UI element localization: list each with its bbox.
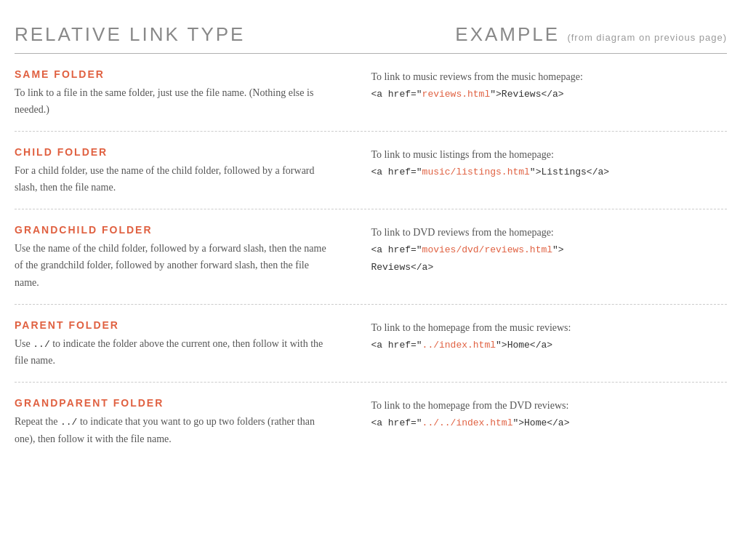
row-grandchild-folder: GRANDCHILD FOLDER Use the name of the ch… <box>15 209 727 304</box>
row-parent-folder: PARENT FOLDER Use ../ to indicate the fo… <box>15 305 727 383</box>
title-same-folder: SAME FOLDER <box>15 68 334 80</box>
col-right-same-folder: To link to music reviews from the music … <box>356 68 727 118</box>
row-same-folder: SAME FOLDER To link to a file in the sam… <box>15 54 727 132</box>
code-inline-parent: ../ <box>33 339 49 350</box>
code-same-folder: <a href="reviews.html">Reviews</a> <box>371 89 563 100</box>
col-right-parent-folder: To link to the homepage from the music r… <box>356 319 727 369</box>
example-grandchild-folder: To link to DVD reviews from the homepage… <box>371 224 727 275</box>
content-table: SAME FOLDER To link to a file in the sam… <box>15 54 727 460</box>
header-right-sub: (from diagram on previous page) <box>567 32 727 43</box>
title-child-folder: CHILD FOLDER <box>15 146 334 158</box>
desc-parent-folder: Use ../ to indicate the folder above the… <box>15 335 334 369</box>
page-header: RELATIVE LINK TYPE EXAMPLE (from diagram… <box>15 23 727 54</box>
code-parent-folder: <a href="../index.html">Home</a> <box>371 340 552 351</box>
desc-child-folder: For a child folder, use the name of the … <box>15 162 334 196</box>
header-title-right: EXAMPLE (from diagram on previous page) <box>455 23 727 46</box>
example-grandparent-folder: To link to the homepage from the DVD rev… <box>371 397 727 431</box>
title-grandchild-folder: GRANDCHILD FOLDER <box>15 224 334 236</box>
row-child-folder: CHILD FOLDER For a child folder, use the… <box>15 132 727 209</box>
col-right-grandchild-folder: To link to DVD reviews from the homepage… <box>356 224 727 290</box>
code-grandchild-folder: <a href="movies/dvd/reviews.html">Review… <box>371 244 563 272</box>
example-child-folder: To link to music listings from the homep… <box>371 146 727 180</box>
title-grandparent-folder: GRANDPARENT FOLDER <box>15 397 334 409</box>
code-inline-grandparent: ../ <box>60 417 77 428</box>
header-right-main: EXAMPLE <box>455 23 560 45</box>
col-left-parent-folder: PARENT FOLDER Use ../ to indicate the fo… <box>15 319 356 369</box>
example-parent-folder: To link to the homepage from the music r… <box>371 319 727 353</box>
col-left-same-folder: SAME FOLDER To link to a file in the sam… <box>15 68 356 118</box>
example-same-folder: To link to music reviews from the music … <box>371 68 727 103</box>
col-left-grandchild-folder: GRANDCHILD FOLDER Use the name of the ch… <box>15 224 356 290</box>
code-child-folder: <a href="music/listings.html">Listings</… <box>371 167 609 177</box>
col-left-child-folder: CHILD FOLDER For a child folder, use the… <box>15 146 356 196</box>
code-grandparent-folder: <a href="../../index.html">Home</a> <box>371 417 569 428</box>
col-left-grandparent-folder: GRANDPARENT FOLDER Repeat the ../ to ind… <box>15 397 356 447</box>
title-parent-folder: PARENT FOLDER <box>15 319 334 331</box>
desc-same-folder: To link to a file in the same folder, ju… <box>15 84 334 118</box>
desc-grandchild-folder: Use the name of the child folder, follow… <box>15 240 334 290</box>
row-grandparent-folder: GRANDPARENT FOLDER Repeat the ../ to ind… <box>15 383 727 460</box>
header-title-left: RELATIVE LINK TYPE <box>15 23 245 46</box>
col-right-grandparent-folder: To link to the homepage from the DVD rev… <box>356 397 727 447</box>
desc-grandparent-folder: Repeat the ../ to indicate that you want… <box>15 413 334 447</box>
col-right-child-folder: To link to music listings from the homep… <box>356 146 727 196</box>
